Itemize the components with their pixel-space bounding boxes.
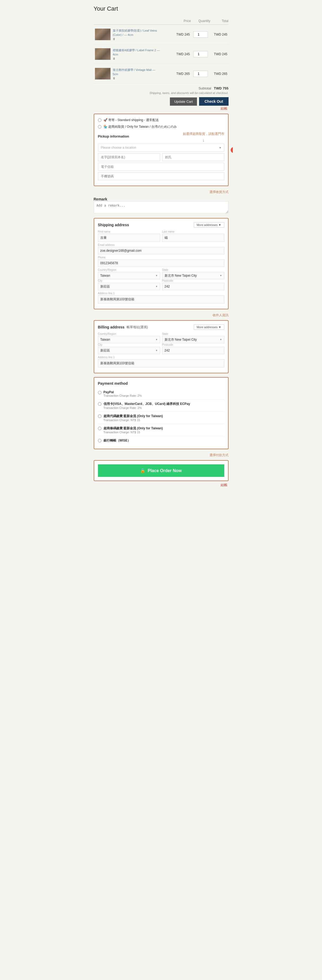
shipping-option-2-row[interactable]: 🏪 超商純取貨 / Only for Taiwan / 台湾のためにのみ [98, 124, 224, 129]
remark-title: Remark [94, 197, 107, 201]
addr-country-select[interactable]: Taiwan [98, 272, 160, 279]
addr-city-select-wrapper[interactable]: 新莊區 [98, 283, 160, 290]
billing-country-select[interactable]: Taiwan [98, 336, 160, 343]
last-name-input[interactable] [162, 153, 224, 161]
pickup-hint: 如選擇超商取貨，請點選門市 [183, 132, 224, 136]
remark-textarea[interactable] [94, 201, 228, 213]
item-info-1: 標籤畫框4紙膠帶 / Label Frame 2 — 4cm 🗑 [113, 48, 160, 60]
addr-email-value: zoe.designer168@gmail.com [98, 247, 224, 255]
payment-section: Payment method PayPal Transaction Charge… [94, 377, 228, 449]
shipping-address-title: Shipping address [98, 223, 129, 227]
addr-address-label: Address line 1 [98, 292, 224, 295]
billing-city-select-wrapper[interactable]: 新莊區 [98, 347, 160, 354]
pickup-side-label: 選擇收貨方式 [94, 190, 228, 194]
billing-subtitle: 帳單地址(選填) [127, 325, 148, 329]
item-delete-2[interactable]: 🗑 [113, 77, 160, 80]
item-total-2: TWD 265 [210, 64, 228, 84]
location-select[interactable]: Please choose a location [98, 144, 224, 152]
item-delete-0[interactable]: 🗑 [113, 37, 160, 40]
addr-city-select[interactable]: 新莊區 [98, 283, 160, 290]
addr-postcode-value: 242 [162, 283, 224, 290]
addr-city-col: City 新莊區 [98, 279, 160, 292]
jie-zhang-5: 結帳 [94, 483, 227, 487]
col-price: Price [173, 18, 191, 25]
email-input[interactable] [98, 163, 224, 171]
billing-country-state-row: Country/Region Taiwan State 新北市 New Taip… [98, 332, 224, 343]
billing-country-select-wrapper[interactable]: Taiwan [98, 336, 160, 343]
addr-state-select[interactable]: 新北市 New Taipei City [162, 272, 224, 279]
shipping-side-label: 收件人資訊 [94, 313, 228, 318]
col-quantity: Quantity [191, 18, 210, 25]
update-cart-button[interactable]: Update Cart [170, 97, 197, 106]
shipping-header: Shipping address More addresses ▼ [98, 222, 224, 228]
item-info-2: 復古郵件紙膠帶 / Vintage Mail — 5cm 🗑 [113, 68, 160, 80]
subtotal-value: TWD 755 [214, 86, 228, 90]
billing-postcode-col: Postcode 242 [162, 343, 224, 356]
payment-options-container: PayPal Transaction Charge Rate: 2% 信用卡(V… [98, 388, 224, 445]
more-addresses-button[interactable]: More addresses ▼ [194, 222, 224, 228]
addr-state-label: State [162, 269, 224, 271]
item-image-2 [95, 68, 111, 80]
payment-radio-4[interactable] [98, 439, 102, 442]
item-total-0: TWD 245 [210, 25, 228, 45]
billing-postcode-label: Postcode [162, 343, 224, 346]
lock-icon: 🔒 [140, 468, 146, 473]
item-name-0: 葉子業院紙膠帶(彩蛋) / Leaf Veins (Color) / — 4cm [113, 29, 157, 37]
addr-first-value: 吉量 [98, 234, 160, 242]
payment-label-2: 超商代碼繳費 藍新金流 (Only for Taiwan) Transactio… [103, 414, 163, 422]
payment-option-1[interactable]: 信用卡(VISA、MasterCard、JCB、UCard) 綠界科技 ECPa… [98, 399, 224, 412]
payment-label-1: 信用卡(VISA、MasterCard、JCB、UCard) 綠界科技 ECPa… [103, 402, 190, 409]
shipping-radio-2[interactable] [98, 125, 102, 129]
payment-option-name-0: PayPal [103, 390, 142, 394]
payment-radio-2[interactable] [98, 414, 102, 418]
cart-row: 葉子業院紙膠帶(彩蛋) / Leaf Veins (Color) / — 4cm… [94, 25, 228, 45]
payment-option-name-2: 超商代碼繳費 藍新金流 (Only for Taiwan) [103, 414, 163, 418]
billing-state-select[interactable]: 新北市 New Taipei City [162, 336, 224, 343]
payment-radio-3[interactable] [98, 427, 102, 430]
item-image-0 [95, 29, 111, 40]
billing-state-select-wrapper[interactable]: 新北市 New Taipei City [162, 336, 224, 343]
qty-input-2[interactable] [193, 71, 208, 77]
item-qty-1 [191, 45, 210, 64]
shipping-option-1-row[interactable]: 🚀 寄寄 - Standard shipping - 通常配送 [98, 118, 224, 123]
qty-input-1[interactable] [193, 51, 208, 57]
shipping-address-section: Shipping address More addresses ▼ First … [94, 218, 228, 309]
payment-option-2[interactable]: 超商代碼繳費 藍新金流 (Only for Taiwan) Transactio… [98, 412, 224, 424]
billing-city-col: City 新莊區 [98, 343, 160, 356]
subtotal-row: Subtotal TWD 755 [94, 84, 228, 91]
payment-option-name-4: 銀行轉帳（WISE） [103, 438, 131, 443]
payment-radio-0[interactable] [98, 391, 102, 394]
payment-radio-1[interactable] [98, 402, 102, 406]
jie-zhang-1: 結帳 [94, 106, 227, 111]
item-qty-2 [191, 64, 210, 84]
addr-city-label: City [98, 279, 160, 282]
billing-more-addresses-button[interactable]: More addresses ▼ [194, 325, 224, 330]
phone-input[interactable] [98, 172, 224, 180]
item-total-1: TWD 245 [210, 45, 228, 64]
billing-state-label: State [162, 332, 224, 335]
payment-option-0[interactable]: PayPal Transaction Charge Rate: 2% [98, 388, 224, 399]
page-title: Your Cart [94, 5, 228, 12]
item-delete-1[interactable]: 🗑 [113, 57, 160, 60]
payment-option-4[interactable]: 銀行轉帳（WISE） [98, 436, 224, 445]
qty-input-0[interactable] [193, 31, 208, 38]
shipping-radio-1[interactable] [98, 118, 102, 122]
cart-row: 標籤畫框4紙膠帶 / Label Frame 2 — 4cm 🗑 TWD 245… [94, 45, 228, 64]
billing-city-select[interactable]: 新莊區 [98, 347, 160, 354]
addr-country-select-wrapper[interactable]: Taiwan [98, 272, 160, 279]
location-select-wrapper[interactable]: Please choose a location [98, 144, 224, 152]
checkout-button[interactable]: Check Out [199, 97, 228, 106]
billing-title-row: Billing address 帳單地址(選填) [98, 325, 148, 329]
addr-state-select-wrapper[interactable]: 新北市 New Taipei City [162, 272, 224, 279]
addr-first-label: First name [98, 230, 160, 233]
place-order-button[interactable]: 🔒 Place Order Now [98, 465, 224, 477]
section4-wrapper: Payment method PayPal Transaction Charge… [94, 377, 228, 449]
addr-phone-value: 0912345678 [98, 259, 224, 267]
payment-label-0: PayPal Transaction Charge Rate: 2% [103, 390, 142, 397]
payment-option-name-3: 超商條碼繳費 藍新金流 (Only for Taiwan) [103, 426, 163, 431]
payment-option-3[interactable]: 超商條碼繳費 藍新金流 (Only for Taiwan) Transactio… [98, 424, 224, 436]
addr-postcode-label: Postcode [162, 279, 224, 282]
first-name-input[interactable] [98, 153, 160, 161]
pickup-section: 🚀 寄寄 - Standard shipping - 通常配送 🏪 超商純取貨 … [94, 114, 228, 186]
payment-side-label: 選擇付款方式 [94, 453, 228, 458]
